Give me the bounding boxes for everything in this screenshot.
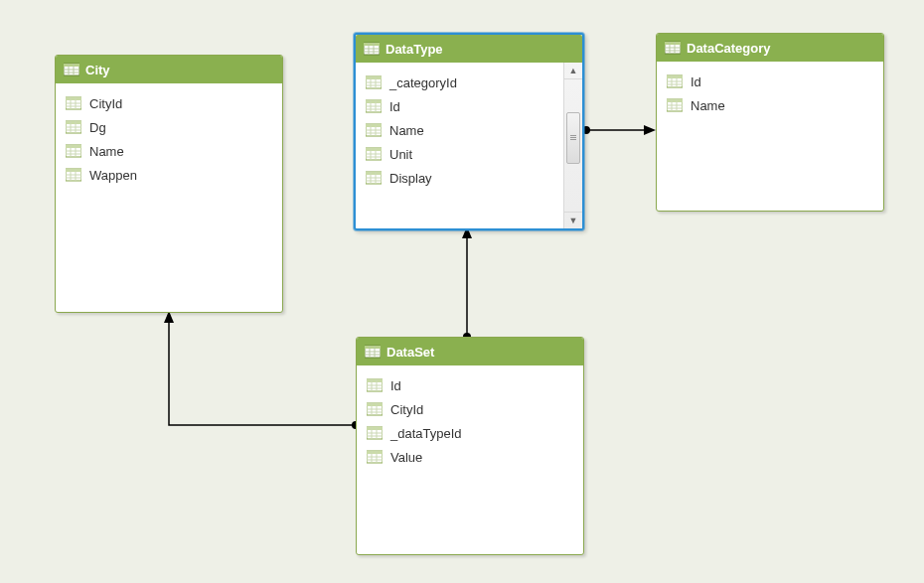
column-icon bbox=[366, 122, 382, 138]
column-icon bbox=[66, 167, 81, 183]
field-label: _dataTypeId bbox=[390, 426, 462, 441]
table-icon bbox=[665, 40, 681, 56]
field-label: _categoryId bbox=[389, 75, 457, 90]
scroll-thumb[interactable] bbox=[566, 112, 580, 164]
entity-body: CityId Dg Name Wappen bbox=[56, 83, 282, 197]
arrowhead bbox=[644, 125, 656, 135]
field-label: Value bbox=[390, 450, 422, 465]
entity-body: _categoryId Id Name Unit Display bbox=[356, 63, 582, 200]
field-label: CityId bbox=[390, 402, 423, 417]
column-icon bbox=[667, 97, 683, 113]
entity-title: DataType bbox=[385, 42, 443, 57]
field-label: Display bbox=[389, 171, 432, 186]
field-label: Name bbox=[389, 123, 424, 138]
field-label: CityId bbox=[89, 96, 122, 111]
column-icon bbox=[367, 425, 383, 441]
table-icon bbox=[364, 41, 380, 57]
svg-rect-73 bbox=[667, 75, 683, 78]
svg-rect-49 bbox=[366, 124, 382, 127]
scrollbar[interactable]: ▲ ▼ bbox=[563, 63, 582, 228]
svg-rect-103 bbox=[367, 427, 383, 430]
field-row[interactable]: Wappen bbox=[62, 163, 276, 187]
entity-title: DataSet bbox=[386, 345, 434, 360]
relation-dataset-city bbox=[169, 317, 356, 425]
entity-datatype[interactable]: DataType _categoryId Id Name Unit Displa… bbox=[354, 33, 584, 230]
svg-rect-97 bbox=[367, 403, 383, 406]
entity-title: City bbox=[85, 63, 110, 77]
entity-body: Id Name bbox=[657, 62, 883, 127]
field-label: Unit bbox=[389, 147, 412, 162]
field-label: Id bbox=[389, 99, 400, 114]
field-label: Dg bbox=[89, 120, 106, 135]
table-icon bbox=[365, 344, 381, 360]
svg-rect-43 bbox=[366, 100, 382, 103]
column-icon bbox=[366, 74, 382, 90]
field-label: Wappen bbox=[89, 168, 137, 183]
field-row[interactable]: Value bbox=[363, 445, 577, 469]
field-row[interactable]: Name bbox=[62, 139, 276, 163]
table-icon bbox=[64, 62, 79, 77]
field-label: Id bbox=[691, 74, 701, 89]
field-label: Name bbox=[691, 98, 725, 113]
svg-rect-37 bbox=[366, 76, 382, 79]
field-row[interactable]: _categoryId bbox=[362, 71, 560, 94]
field-label: Name bbox=[89, 144, 124, 159]
field-row[interactable]: CityId bbox=[363, 397, 577, 421]
field-row[interactable]: Id bbox=[663, 70, 877, 93]
field-row[interactable]: Name bbox=[663, 93, 877, 117]
entity-title: DataCategory bbox=[687, 41, 771, 56]
svg-rect-55 bbox=[366, 148, 382, 151]
entity-city[interactable]: City CityId Dg Name Wappen bbox=[55, 55, 283, 313]
column-icon bbox=[667, 73, 683, 89]
field-row[interactable]: _dataTypeId bbox=[363, 421, 577, 445]
column-icon bbox=[366, 146, 382, 162]
svg-rect-85 bbox=[365, 346, 381, 349]
svg-rect-13 bbox=[66, 121, 81, 124]
svg-rect-7 bbox=[66, 97, 81, 100]
field-row[interactable]: Display bbox=[362, 166, 560, 190]
svg-rect-61 bbox=[366, 172, 382, 175]
entity-header[interactable]: DataType bbox=[356, 35, 582, 63]
field-label: Id bbox=[390, 378, 401, 393]
column-icon bbox=[66, 95, 81, 111]
field-row[interactable]: Id bbox=[362, 94, 560, 118]
entity-dataset[interactable]: DataSet Id CityId _dataTypeId Value bbox=[356, 337, 584, 555]
column-icon bbox=[66, 143, 81, 159]
scroll-up-button[interactable]: ▲ bbox=[564, 63, 582, 79]
entity-body: Id CityId _dataTypeId Value bbox=[357, 365, 583, 479]
field-row[interactable]: Unit bbox=[362, 142, 560, 166]
diagram-canvas[interactable]: City CityId Dg Name Wappen DataType _cat… bbox=[0, 0, 924, 583]
entity-header[interactable]: DataCategory bbox=[657, 34, 883, 62]
svg-rect-109 bbox=[367, 451, 383, 454]
field-row[interactable]: Id bbox=[363, 373, 577, 397]
scroll-down-button[interactable]: ▼ bbox=[564, 212, 582, 228]
svg-rect-31 bbox=[364, 43, 380, 46]
svg-rect-25 bbox=[66, 169, 81, 172]
column-icon bbox=[367, 401, 383, 417]
svg-rect-91 bbox=[367, 379, 383, 382]
entity-datacategory[interactable]: DataCategory Id Name bbox=[656, 33, 884, 212]
entity-header[interactable]: DataSet bbox=[357, 338, 583, 365]
field-row[interactable]: Dg bbox=[62, 115, 276, 139]
column-icon bbox=[366, 170, 382, 186]
column-icon bbox=[66, 119, 81, 135]
svg-rect-67 bbox=[665, 42, 681, 45]
field-row[interactable]: CityId bbox=[62, 91, 276, 115]
field-row[interactable]: Name bbox=[362, 118, 560, 142]
column-icon bbox=[366, 98, 382, 114]
column-icon bbox=[367, 449, 383, 465]
entity-header[interactable]: City bbox=[56, 56, 282, 83]
svg-rect-19 bbox=[66, 145, 81, 148]
svg-rect-79 bbox=[667, 99, 683, 102]
svg-rect-1 bbox=[64, 64, 79, 67]
column-icon bbox=[367, 377, 383, 393]
